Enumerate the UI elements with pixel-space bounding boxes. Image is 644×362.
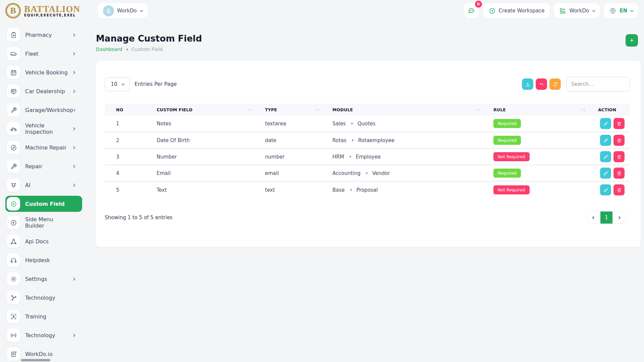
sidebar-item-helpdesk[interactable]: Helpdesk: [5, 252, 82, 268]
sidebar-item-ai[interactable]: AI: [5, 177, 82, 193]
cell-action: [587, 165, 630, 181]
grid-plus-icon: [559, 7, 566, 14]
refresh-button[interactable]: [549, 78, 561, 90]
rule-badge: Not Required: [493, 152, 530, 161]
circle-wrench-icon: [7, 141, 20, 154]
sidebar-item-repair[interactable]: Repair: [5, 158, 82, 174]
edit-button[interactable]: [600, 118, 611, 129]
chat-badge: 0: [475, 1, 482, 8]
van-icon: [7, 47, 20, 60]
sidebar-item-label: Helpdesk: [25, 257, 72, 263]
workspace-switcher[interactable]: WorkDo: [98, 3, 148, 18]
language-code: EN: [620, 8, 627, 14]
next-page-button[interactable]: [612, 212, 626, 224]
language-selector[interactable]: EN: [604, 3, 638, 18]
gear-icon: [7, 272, 20, 286]
sidebar-item-label: Pharmacy: [25, 32, 72, 38]
column-header-custom-field[interactable]: CUSTOM FIELD↑↓: [145, 104, 254, 116]
sort-icon[interactable]: ↑↓: [247, 108, 252, 112]
sidebar-item-technology[interactable]: Technology: [5, 290, 82, 306]
column-header-type[interactable]: TYPE↑↓: [254, 104, 321, 116]
table-header: NOCUSTOM FIELD↑↓TYPE↑↓MODULE↑↓RULE↑↓ACTI…: [105, 104, 630, 116]
entries-per-page-select[interactable]: 10: [105, 77, 130, 91]
sidebar-item-custom-field[interactable]: Custom Field: [5, 196, 82, 212]
cell-no: 1: [105, 116, 145, 132]
chevron-right-icon: [618, 216, 621, 219]
plus-circle-icon: [489, 7, 496, 14]
sidebar-item-label: WorkDo.io: [25, 351, 72, 357]
delete-button[interactable]: [613, 151, 625, 162]
sidebar-item-fleet[interactable]: Fleet: [5, 46, 82, 62]
sidebar-item-car-dealership[interactable]: Car Dealership: [5, 83, 82, 99]
sidebar-item-label: Side Menu Builder: [25, 216, 72, 229]
column-header-module[interactable]: MODULE↑↓: [321, 104, 482, 116]
column-header-rule[interactable]: RULE↑↓: [482, 104, 587, 116]
chevron-right-icon: [72, 334, 75, 337]
brand-logo[interactable]: B BATTALION EQUIP,EXECUTE,EXEL: [5, 3, 82, 18]
chevron-down-icon: [121, 82, 125, 85]
cell-module: Rotas Rotaemployee: [321, 132, 482, 148]
chevron-down-icon: [630, 9, 634, 12]
download-icon: [525, 81, 531, 87]
sidebar-item-label: AI: [25, 182, 72, 188]
cell-rule: Required: [482, 116, 587, 132]
apps-menu-label: WorkDo: [569, 8, 589, 14]
pencil-icon: [603, 154, 608, 160]
sort-icon[interactable]: ↑↓: [580, 108, 585, 112]
sidebar-scrollbar[interactable]: [21, 359, 50, 361]
delete-button[interactable]: [613, 184, 625, 195]
apps-menu-button[interactable]: WorkDo: [554, 3, 600, 18]
current-page-number[interactable]: 1: [600, 212, 612, 224]
cell-type: textarea: [254, 116, 321, 132]
export-button[interactable]: [522, 78, 533, 90]
delete-button[interactable]: [613, 118, 625, 129]
sidebar-item-technology-2[interactable]: Technology: [5, 327, 82, 343]
sidebar-item-machine-repair[interactable]: Machine Repair: [5, 139, 82, 156]
cell-module: Base Proposal: [321, 181, 482, 198]
entries-per-page-label: Entries Per Page: [135, 81, 177, 87]
edit-button[interactable]: [600, 135, 611, 146]
cell-no: 3: [105, 148, 145, 165]
delete-button[interactable]: [613, 135, 625, 146]
cell-custom-field: Text: [145, 181, 254, 198]
sidebar-item-settings[interactable]: Settings: [5, 271, 82, 287]
delete-button[interactable]: [613, 168, 625, 179]
breadcrumb: Dashboard Custom Field: [96, 47, 202, 52]
sidebar-item-pharmacy[interactable]: Pharmacy: [5, 27, 82, 43]
custom-fields-card: 10 Entries Per Page: [96, 61, 641, 247]
table-row: 4 Email email Accounting Vendor Required: [105, 165, 630, 181]
create-workspace-button[interactable]: Create Workspace: [483, 3, 550, 18]
cell-action: [587, 132, 630, 148]
custom-fields-table: NOCUSTOM FIELD↑↓TYPE↑↓MODULE↑↓RULE↑↓ACTI…: [105, 104, 630, 198]
cell-custom-field: Notes: [145, 116, 254, 132]
chevron-right-icon: [72, 146, 75, 149]
sidebar-item-api-docs[interactable]: Api Docs: [5, 233, 82, 249]
sidebar-item-garage-workshop[interactable]: Garage/Workshop: [5, 102, 82, 118]
pencil-icon: [603, 187, 608, 193]
add-custom-field-button[interactable]: [626, 34, 638, 47]
sidebar-item-side-menu-builder[interactable]: Side Menu Builder: [5, 215, 82, 231]
reset-button[interactable]: [536, 78, 547, 90]
sort-icon[interactable]: ↑↓: [476, 108, 481, 112]
sidebar-item-vehicle-booking[interactable]: Vehicle Booking: [5, 64, 82, 80]
cell-rule: Not Required: [482, 148, 587, 165]
column-header-no: NO: [105, 104, 145, 116]
chevron-right-icon: [351, 122, 353, 125]
sidebar-item-vehicle-inspection[interactable]: Vehicle Inspection: [5, 121, 82, 137]
sidebar-item-label: Technology: [25, 295, 72, 301]
edit-button[interactable]: [600, 168, 611, 179]
brand-tagline: EQUIP,EXECUTE,EXEL: [24, 13, 80, 17]
edit-button[interactable]: [600, 151, 611, 162]
cell-type: text: [254, 181, 321, 198]
building-icon: [103, 5, 114, 16]
sort-icon[interactable]: ↑↓: [315, 108, 320, 112]
sidebar-item-training[interactable]: Training: [5, 308, 82, 324]
search-input[interactable]: [566, 77, 630, 92]
rule-badge: Required: [493, 136, 521, 145]
edit-button[interactable]: [600, 184, 611, 195]
messages-button[interactable]: 0: [464, 3, 479, 18]
previous-page-button[interactable]: [587, 212, 600, 224]
breadcrumb-dashboard-link[interactable]: Dashboard: [96, 47, 122, 52]
broadcast-icon: [7, 328, 20, 342]
brand-name: BATTALION: [24, 5, 80, 13]
